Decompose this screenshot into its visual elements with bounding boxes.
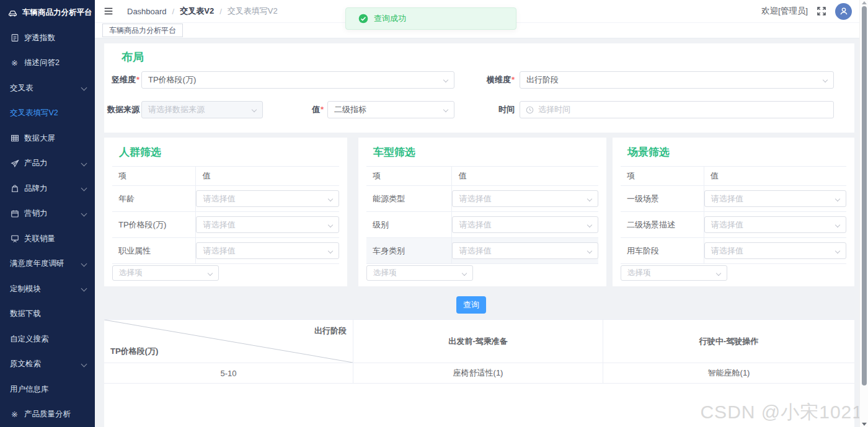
col-header-item: 项 (366, 167, 452, 185)
sidebar-item-product-quality[interactable]: ※ 产品质量分析 (0, 402, 95, 427)
scene-l2-value-select[interactable]: 请选择值 (704, 216, 846, 233)
crowd-filter-panel: 人群筛选 项 值 年龄 请选择值 TP价格段(万) 请选择值 职业属性 (104, 138, 347, 286)
scene-l1-value-select[interactable]: 请选择值 (704, 190, 846, 207)
chevron-down-icon (328, 222, 333, 227)
sidebar-item-marketing-power[interactable]: 营销力 (0, 201, 95, 227)
chevron-down-icon (81, 361, 87, 367)
sidebar-item-product-power[interactable]: 产品力 (0, 151, 95, 177)
corner-col-dimension: 出行阶段 (314, 325, 347, 337)
sidebar-item-label: 定制模块 (10, 284, 41, 294)
breadcrumb-dashboard[interactable]: Dashboard (127, 7, 167, 16)
sidebar-item-penetration-index[interactable]: 穿透指数 (0, 25, 95, 51)
select-placeholder: 请选择值 (459, 219, 491, 231)
horizontal-dim-label: 横维度* (474, 71, 515, 89)
chevron-down-icon (81, 286, 87, 292)
body-type-value-select[interactable]: 请选择值 (452, 242, 598, 259)
data-source-select[interactable]: 请选择数据来源 (141, 101, 263, 118)
chevron-down-icon (81, 160, 87, 166)
tab-vehicle-platform[interactable]: 车辆商品力分析平台 (102, 24, 183, 37)
sidebar-item-brand-power[interactable]: 品牌力 (0, 176, 95, 201)
calendar-icon (10, 209, 19, 218)
sidebar-item-label: 自定义搜索 (10, 334, 49, 345)
vertical-scrollbar[interactable] (859, 0, 868, 427)
sidebar-item-label: 描述问答2 (24, 58, 60, 68)
chevron-down-icon (328, 196, 333, 201)
vertical-dim-label: 竖维度* (104, 71, 140, 89)
sidebar-item-related-sales[interactable]: 关联销量 (0, 226, 95, 252)
fullscreen-icon[interactable] (817, 6, 826, 16)
time-input[interactable]: 选择时间 (520, 101, 834, 118)
required-mark: * (512, 75, 515, 84)
sidebar-item-custom-search[interactable]: 自定义搜索 (0, 327, 95, 352)
chevron-down-icon (81, 210, 87, 216)
scene-add-item: 选择项 (621, 265, 727, 281)
menu-fold-icon[interactable] (104, 6, 113, 16)
tp-price-value-select[interactable]: 请选择值 (196, 216, 339, 233)
sidebar-item-label: 原文检索 (10, 359, 41, 369)
col-header-item: 项 (112, 167, 196, 185)
sidebar-item-user-info-db[interactable]: 用户信息库 (0, 377, 95, 402)
scroll-down-arrow-icon[interactable] (862, 423, 867, 426)
filter-row-scene-l1: 一级场景 请选择值 (621, 186, 846, 212)
sidebar-item-crosstab[interactable]: 交叉表 (0, 76, 95, 101)
scrollbar-thumb[interactable] (862, 6, 867, 385)
sidebar-item-data-screen[interactable]: 数据大屏 (0, 126, 95, 151)
label-text: 横维度 (487, 75, 511, 84)
sidebar-item-fulltext-search[interactable]: 原文检索 (0, 352, 95, 377)
sparkle-icon: ※ (10, 410, 19, 419)
scroll-up-arrow-icon[interactable] (862, 1, 867, 4)
select-placeholder: 请选择值 (203, 245, 235, 257)
usage-stage-value-select[interactable]: 请选择值 (704, 242, 846, 259)
select-value: 二级指标 (334, 104, 366, 115)
input-placeholder: 选择时间 (538, 104, 570, 115)
sidebar-item-satisfaction-survey[interactable]: 满意度年度调研 (0, 252, 95, 277)
sidebar-item-describe-qa2[interactable]: ※ 描述问答2 (0, 51, 95, 76)
select-value: TP价格段(万) (148, 74, 196, 86)
sidebar-item-label: 产品力 (24, 158, 48, 169)
filter-row-scene-l2: 二级场景描述 请选择值 (621, 212, 846, 238)
sidebar-item-data-download[interactable]: 数据下载 (0, 302, 95, 327)
energy-type-value-select[interactable]: 请选择值 (452, 190, 598, 207)
crowd-item-select[interactable]: 选择项 (112, 265, 219, 281)
scene-filter-table: 项 值 一级场景 请选择值 二级场景描述 请选择值 用车阶段 请选择值 (621, 166, 846, 264)
chevron-down-icon (81, 185, 87, 191)
vertical-dim-select[interactable]: TP价格段(万) (141, 71, 454, 89)
occupation-value-select[interactable]: 请选择值 (196, 242, 339, 259)
sidebar-item-custom-module[interactable]: 定制模块 (0, 276, 95, 302)
sidebar-item-crosstab-fill-v2[interactable]: 交叉表填写V2 (0, 101, 95, 126)
level-value-select[interactable]: 请选择值 (452, 216, 598, 233)
filter-row-label: 能源类型 (366, 186, 452, 211)
value-label: 值* (290, 101, 324, 118)
filter-table-header: 项 值 (366, 167, 598, 186)
app-title: 车辆商品力分析平台 (22, 7, 92, 18)
horizontal-dim-select[interactable]: 出行阶段 (520, 71, 834, 89)
sparkle-icon: ※ (10, 58, 19, 68)
filter-row-age: 年龄 请选择值 (112, 186, 339, 212)
avatar[interactable] (835, 3, 852, 20)
sidebar-item-label: 交叉表 (10, 83, 33, 94)
check-circle-icon (358, 14, 368, 24)
query-button[interactable]: 查询 (456, 296, 486, 314)
vehicle-add-item: 选择项 (366, 265, 473, 281)
filter-row-label: 用车阶段 (621, 238, 704, 263)
filter-table-header: 项 值 (112, 167, 339, 186)
vehicle-item-select[interactable]: 选择项 (366, 265, 473, 281)
breadcrumb-current: 交叉表填写V2 (228, 6, 278, 17)
label-text: 时间 (498, 105, 515, 114)
value-select[interactable]: 二级指标 (327, 101, 454, 118)
sidebar: 车辆商品力分析平台 穿透指数 ※ 描述问答2 交叉表 交叉表填写V2 数据大屏 … (0, 0, 95, 427)
select-placeholder: 请选择值 (711, 219, 743, 231)
filter-row-energy-type: 能源类型 请选择值 (366, 186, 598, 212)
breadcrumb-crosstab-v2[interactable]: 交叉表V2 (180, 6, 214, 17)
chevron-down-icon (81, 260, 87, 266)
topbar-right: 欢迎[管理员] (761, 3, 868, 20)
col-header: 行驶中-驾驶操作 (603, 320, 854, 363)
age-value-select[interactable]: 请选择值 (196, 190, 339, 207)
scene-item-select[interactable]: 选择项 (621, 265, 727, 281)
data-source-label: 数据来源 (104, 101, 140, 118)
label-text: 竖维度 (112, 75, 136, 84)
row-dimension-cell: 5-10 (104, 363, 353, 384)
chevron-down-icon (462, 271, 467, 276)
col-header-value: 值 (704, 167, 846, 185)
col-header-value: 值 (452, 167, 598, 185)
